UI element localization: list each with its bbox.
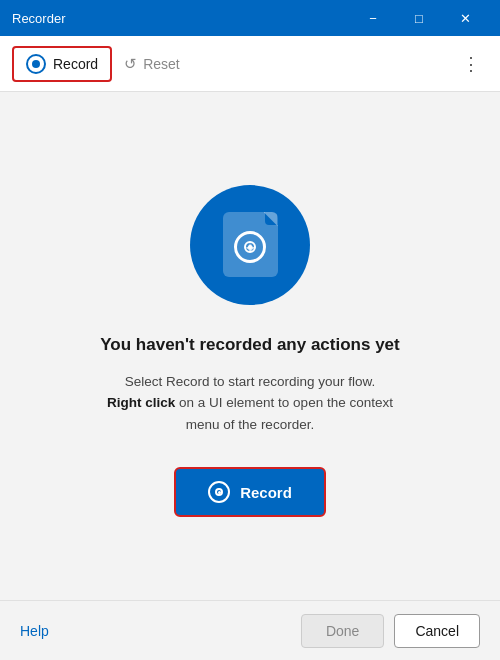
main-record-inner-icon bbox=[215, 488, 223, 496]
toolbar-record-button[interactable]: Record bbox=[12, 46, 112, 82]
more-icon: ⋮ bbox=[462, 53, 480, 75]
record-circle-icon bbox=[26, 54, 46, 74]
help-link[interactable]: Help bbox=[20, 623, 301, 639]
toolbar: Record ↺ Reset ⋮ bbox=[0, 36, 500, 92]
subtext-part2: Right click bbox=[107, 395, 175, 410]
recorder-icon-container: ✦ ✦ bbox=[190, 185, 310, 305]
minimize-button[interactable]: − bbox=[350, 0, 396, 36]
headline-text: You haven't recorded any actions yet bbox=[100, 335, 399, 355]
record-dot-icon bbox=[32, 60, 40, 68]
close-button[interactable]: ✕ bbox=[442, 0, 488, 36]
more-options-button[interactable]: ⋮ bbox=[454, 47, 488, 81]
recorder-icon-inner: ✦ ✦ bbox=[223, 212, 278, 277]
main-record-dot-icon bbox=[218, 491, 221, 494]
subtext-part3: on a UI element to open the context menu… bbox=[175, 395, 393, 432]
titlebar-controls: − □ ✕ bbox=[350, 0, 488, 36]
main-record-button[interactable]: Record bbox=[174, 467, 326, 517]
sparkle-right-icon: ✦ bbox=[244, 240, 256, 256]
toolbar-record-label: Record bbox=[53, 56, 98, 72]
window-title: Recorder bbox=[12, 11, 350, 26]
footer: Help Done Cancel bbox=[0, 600, 500, 660]
main-record-icon bbox=[208, 481, 230, 503]
main-content: ✦ ✦ You haven't recorded any actions yet… bbox=[0, 92, 500, 600]
reset-icon: ↺ bbox=[124, 55, 137, 73]
done-button: Done bbox=[301, 614, 384, 648]
cancel-button[interactable]: Cancel bbox=[394, 614, 480, 648]
toolbar-reset-button[interactable]: ↺ Reset bbox=[112, 49, 192, 79]
subtext-part1: Select Record to start recording your fl… bbox=[125, 374, 376, 389]
toolbar-reset-label: Reset bbox=[143, 56, 180, 72]
subtext: Select Record to start recording your fl… bbox=[100, 371, 400, 436]
restore-button[interactable]: □ bbox=[396, 0, 442, 36]
file-corner-icon bbox=[264, 212, 278, 226]
titlebar: Recorder − □ ✕ bbox=[0, 0, 500, 36]
main-record-label: Record bbox=[240, 484, 292, 501]
